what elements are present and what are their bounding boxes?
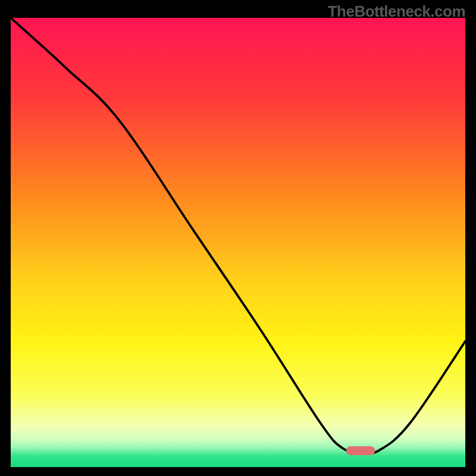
plot-area: [11, 18, 465, 467]
gradient-background: [11, 18, 465, 467]
chart-frame: TheBottleneck.com: [0, 0, 476, 476]
valley-marker: [346, 446, 375, 455]
watermark-label: TheBottleneck.com: [328, 2, 465, 21]
plot-svg: [11, 18, 465, 467]
